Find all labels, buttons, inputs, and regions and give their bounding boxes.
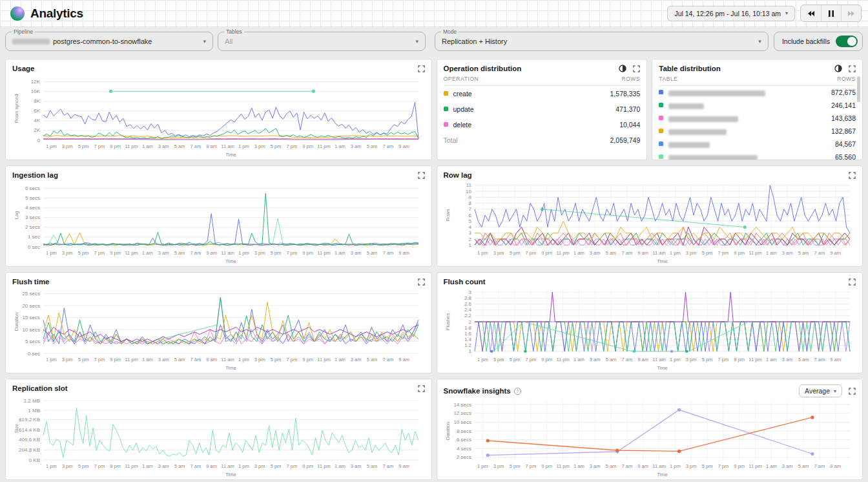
svg-text:5 am: 5 am	[174, 463, 185, 469]
svg-text:15 secs: 15 secs	[22, 315, 40, 320]
svg-text:1 am: 1 am	[765, 250, 776, 256]
table-row[interactable]: 246,141	[659, 99, 856, 112]
operation-rows-value: 10,044	[550, 117, 640, 132]
svg-text:11 am: 11 am	[652, 357, 665, 362]
svg-text:1 am: 1 am	[142, 250, 153, 256]
operation-distribution-table: OPERATION ROWS create1,578,335update471,…	[444, 73, 641, 148]
table-name-redacted	[668, 116, 738, 122]
pause-button[interactable]	[821, 5, 841, 21]
svg-text:7 pm: 7 pm	[718, 357, 728, 362]
svg-text:Lag: Lag	[14, 211, 19, 220]
svg-text:1 pm: 1 pm	[238, 250, 249, 256]
mode-select[interactable]: Mode Replication + History ▾	[435, 32, 769, 51]
svg-text:11 pm: 11 pm	[317, 250, 330, 256]
pie-chart-icon[interactable]	[834, 65, 842, 72]
svg-text:2: 2	[468, 319, 471, 325]
svg-text:1.4: 1.4	[464, 337, 471, 342]
expand-icon[interactable]	[849, 278, 856, 286]
usage-chart[interactable]: 02K4K6K8K10K12K1 pm3 pm5 pm7 pm9 pm11 pm…	[12, 73, 425, 158]
date-range-picker[interactable]: Jul 14, 12:26 pm - Jul 16, 10:13 am ▾	[667, 6, 795, 21]
table-rows-value: 246,141	[819, 99, 856, 112]
expand-icon[interactable]	[418, 278, 425, 286]
svg-text:1 pm: 1 pm	[46, 143, 57, 149]
ingestion-lag-card: Ingestion lag 0 sec1 sec2 secs3 secs4 se…	[5, 165, 432, 267]
svg-text:20 secs: 20 secs	[22, 303, 40, 309]
flush-count-chart[interactable]: 11.21.41.61.822.22.42.62.831 pm3 pm5 pm7…	[444, 286, 856, 372]
svg-text:1 pm: 1 pm	[46, 357, 57, 362]
table-row[interactable]: 143,638	[659, 112, 856, 125]
card-title: Ingestion lag	[12, 171, 58, 179]
chevron-down-icon: ▾	[834, 388, 836, 394]
operation-distribution-card: Operation distribution OPERATION ROWS cr…	[437, 59, 648, 160]
table-rows-value: 143,638	[819, 112, 856, 125]
svg-text:7 pm: 7 pm	[287, 463, 298, 469]
svg-text:Time: Time	[657, 472, 667, 477]
svg-text:7 pm: 7 pm	[525, 463, 536, 469]
svg-text:5 am: 5 am	[367, 357, 378, 362]
svg-text:11: 11	[466, 182, 471, 188]
table-name-redacted	[668, 155, 758, 160]
expand-icon[interactable]	[418, 385, 425, 392]
svg-text:3 secs: 3 secs	[25, 215, 40, 220]
svg-text:7 pm: 7 pm	[94, 143, 105, 149]
expand-icon[interactable]	[418, 65, 425, 72]
replication-slot-card: Replication slot 0 KB204.8 KB409.6 KB614…	[5, 379, 432, 480]
tables-select[interactable]: Tables All ▾	[218, 32, 426, 51]
help-icon[interactable]: ?	[514, 388, 521, 395]
table-row[interactable]: 65,560	[659, 151, 856, 160]
svg-text:8: 8	[468, 200, 471, 206]
svg-text:9 pm: 9 pm	[734, 463, 745, 469]
column-header: ROWS	[550, 73, 640, 86]
row-lag-chart[interactable]: 12345678910111 pm3 pm5 pm7 pm9 pm11 pm1 …	[444, 180, 856, 265]
aggregation-select[interactable]: Average ▾	[799, 384, 842, 397]
pipeline-select[interactable]: Pipeline postgres-common-to-snowflake ▾	[5, 32, 213, 51]
svg-text:11 pm: 11 pm	[125, 463, 138, 469]
table-row[interactable]: 872,675	[659, 86, 856, 100]
svg-text:11 pm: 11 pm	[125, 250, 138, 256]
table-row[interactable]: create1,578,335	[444, 86, 641, 102]
replication-slot-chart[interactable]: 0 KB204.8 KB409.6 KB614.4 KB819.2 KB1 MB…	[12, 393, 425, 478]
expand-icon[interactable]	[418, 172, 425, 179]
svg-text:Duration: Duration	[445, 422, 451, 440]
table-row[interactable]: 132,867	[659, 125, 856, 138]
scrollbar[interactable]	[857, 76, 860, 102]
operation-name: delete	[453, 121, 472, 129]
svg-text:3 pm: 3 pm	[62, 357, 73, 362]
row-lag-card: Row lag 12345678910111 pm3 pm5 pm7 pm9 p…	[437, 165, 863, 267]
rewind-button[interactable]	[801, 5, 821, 21]
fast-forward-button[interactable]	[841, 5, 861, 21]
operation-name: update	[453, 105, 474, 113]
expand-icon[interactable]	[849, 65, 856, 72]
include-backfills-toggle[interactable]	[836, 36, 858, 47]
svg-text:7 am: 7 am	[814, 357, 825, 362]
svg-text:6K: 6K	[34, 108, 40, 114]
table-row[interactable]: delete10,044	[444, 117, 641, 132]
svg-text:9 am: 9 am	[206, 357, 217, 362]
svg-text:9 pm: 9 pm	[110, 463, 121, 469]
svg-text:3 pm: 3 pm	[254, 250, 265, 256]
expand-icon[interactable]	[849, 172, 856, 179]
svg-text:3 am: 3 am	[589, 357, 600, 362]
flush-time-chart[interactable]: 0 sec5 secs10 secs15 secs20 secs25 secs1…	[12, 286, 425, 372]
svg-text:5 pm: 5 pm	[271, 250, 282, 256]
svg-text:7 am: 7 am	[191, 357, 202, 362]
expand-icon[interactable]	[633, 65, 640, 72]
svg-text:6 secs: 6 secs	[456, 437, 471, 443]
svg-text:7 am: 7 am	[814, 250, 825, 256]
svg-text:5 secs: 5 secs	[25, 339, 40, 344]
table-row[interactable]: update471,370	[444, 101, 641, 117]
snowflake-insights-chart[interactable]: 2 secs4 secs6 secs8 secs10 secs12 secs14…	[444, 398, 856, 478]
svg-text:5 pm: 5 pm	[271, 143, 282, 149]
pie-chart-icon[interactable]	[619, 65, 626, 72]
svg-text:1 MB: 1 MB	[28, 408, 40, 414]
svg-text:9 am: 9 am	[398, 250, 409, 256]
table-row[interactable]: 84,567	[659, 138, 856, 151]
svg-text:7 am: 7 am	[191, 250, 202, 256]
expand-icon[interactable]	[849, 388, 856, 395]
svg-text:7 am: 7 am	[191, 463, 202, 469]
svg-text:Size: Size	[14, 424, 19, 434]
svg-text:7 pm: 7 pm	[525, 250, 536, 256]
ingestion-lag-chart[interactable]: 0 sec1 sec2 secs3 secs4 secs5 secs6 secs…	[12, 180, 425, 265]
svg-text:11 am: 11 am	[221, 463, 234, 469]
svg-text:1.2 MB: 1.2 MB	[24, 398, 40, 404]
